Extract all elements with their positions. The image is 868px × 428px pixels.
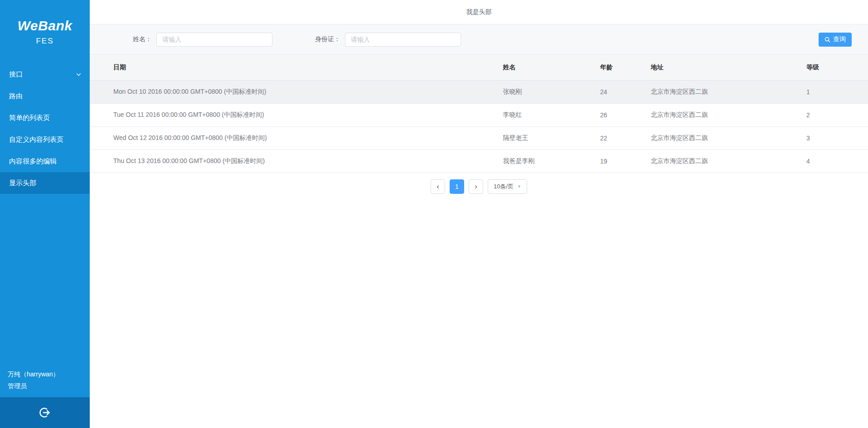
cell-level: 2 — [802, 103, 868, 126]
page-header: 我是头部 — [90, 0, 868, 24]
cell-name: 我爸是李刚 — [498, 149, 596, 173]
cell-level: 4 — [802, 149, 868, 173]
data-table: 日期 姓名 年龄 地址 等级 Mon Oct 10 2016 00:00:00 … — [90, 55, 868, 173]
id-card-input[interactable] — [345, 33, 461, 47]
name-field-label: 姓名： — [133, 35, 152, 43]
sidebar-item-show-header[interactable]: 显示头部 — [0, 172, 90, 194]
caret-down-icon: ▼ — [517, 184, 521, 189]
page-1-button[interactable]: 1 — [450, 179, 464, 194]
search-bar: 姓名： 身份证： 查询 — [90, 24, 868, 55]
cell-date: Mon Oct 10 2016 00:00:00 GMT+0800 (中国标准时… — [90, 80, 498, 103]
current-page-number: 1 — [455, 183, 459, 190]
chevron-left-icon: ‹ — [436, 183, 439, 190]
cell-age: 26 — [596, 103, 646, 126]
prev-page-button[interactable]: ‹ — [431, 179, 445, 194]
sidebar-item-label: 显示头部 — [9, 179, 36, 188]
sidebar-item-label: 内容很多的编辑 — [9, 157, 57, 166]
logo-sub-text: FES — [0, 37, 90, 46]
id-field-group: 身份证： — [315, 33, 461, 47]
name-input[interactable] — [156, 33, 272, 47]
query-button-label: 查询 — [833, 35, 846, 43]
cell-age: 22 — [596, 126, 646, 149]
col-header-level: 等级 — [802, 55, 868, 80]
chevron-right-icon: › — [475, 183, 477, 190]
table-row[interactable]: Mon Oct 10 2016 00:00:00 GMT+0800 (中国标准时… — [90, 80, 868, 103]
sidebar-item-simple-list[interactable]: 简单的列表页 — [0, 107, 90, 129]
col-header-age: 年龄 — [596, 55, 646, 80]
sidebar-item-label: 接口 — [9, 70, 23, 79]
user-info: 万纯（harrywan） 管理员 — [0, 368, 90, 392]
logout-button[interactable] — [0, 397, 90, 428]
cell-addr: 北京市海淀区西二旗 — [646, 149, 802, 173]
sidebar-menu: 接口 路由 简单的列表页 自定义内容列表页 内容很多的编辑 显示头部 — [0, 63, 90, 194]
id-field-label: 身份证： — [315, 35, 340, 43]
cell-age: 24 — [596, 80, 646, 103]
table-row[interactable]: Thu Oct 13 2016 00:00:00 GMT+0800 (中国标准时… — [90, 149, 868, 173]
sidebar-item-label: 自定义内容列表页 — [9, 135, 63, 144]
sidebar-item-route[interactable]: 路由 — [0, 85, 90, 107]
logo-brand-text: WeBank — [0, 18, 90, 34]
col-header-date: 日期 — [90, 55, 498, 80]
query-button[interactable]: 查询 — [819, 33, 852, 47]
pagination: ‹ 1 › 10条/页 ▼ — [90, 179, 868, 194]
sidebar: WeBank FES 接口 路由 简单的列表页 自定义内容列表页 内容很多的编辑… — [0, 0, 90, 428]
next-page-button[interactable]: › — [469, 179, 483, 194]
page-title: 我是头部 — [466, 8, 492, 16]
cell-date: Wed Oct 12 2016 00:00:00 GMT+0800 (中国标准时… — [90, 126, 498, 149]
cell-addr: 北京市海淀区西二旗 — [646, 80, 802, 103]
cell-name: 张晓刚 — [498, 80, 596, 103]
cell-addr: 北京市海淀区西二旗 — [646, 126, 802, 149]
main-content: 我是头部 姓名： 身份证： 查询 日期 姓名 年龄 地址 — [90, 0, 868, 194]
cell-level: 1 — [802, 80, 868, 103]
page-size-value: 10条/页 — [494, 183, 514, 191]
col-header-name: 姓名 — [498, 55, 596, 80]
cell-age: 19 — [596, 149, 646, 173]
user-name: 万纯（harrywan） — [8, 368, 90, 380]
logout-icon — [38, 406, 52, 419]
table-row[interactable]: Tue Oct 11 2016 00:00:00 GMT+0800 (中国标准时… — [90, 103, 868, 126]
cell-addr: 北京市海淀区西二旗 — [646, 103, 802, 126]
sidebar-item-long-edit[interactable]: 内容很多的编辑 — [0, 150, 90, 172]
cell-level: 3 — [802, 126, 868, 149]
cell-name: 隔壁老王 — [498, 126, 596, 149]
sidebar-item-api[interactable]: 接口 — [0, 63, 90, 85]
cell-date: Tue Oct 11 2016 00:00:00 GMT+0800 (中国标准时… — [90, 103, 498, 126]
cell-name: 李晓红 — [498, 103, 596, 126]
user-role: 管理员 — [8, 380, 90, 392]
table-header-row: 日期 姓名 年龄 地址 等级 — [90, 55, 868, 80]
chevron-down-icon — [76, 72, 82, 77]
search-icon — [824, 37, 830, 43]
col-header-addr: 地址 — [646, 55, 802, 80]
cell-date: Thu Oct 13 2016 00:00:00 GMT+0800 (中国标准时… — [90, 149, 498, 173]
sidebar-item-label: 简单的列表页 — [9, 114, 50, 122]
sidebar-item-label: 路由 — [9, 92, 23, 101]
name-field-group: 姓名： — [133, 33, 272, 47]
app-logo: WeBank FES — [0, 0, 90, 46]
page-size-select[interactable]: 10条/页 ▼ — [488, 179, 527, 194]
table-row[interactable]: Wed Oct 12 2016 00:00:00 GMT+0800 (中国标准时… — [90, 126, 868, 149]
sidebar-item-custom-list[interactable]: 自定义内容列表页 — [0, 129, 90, 150]
